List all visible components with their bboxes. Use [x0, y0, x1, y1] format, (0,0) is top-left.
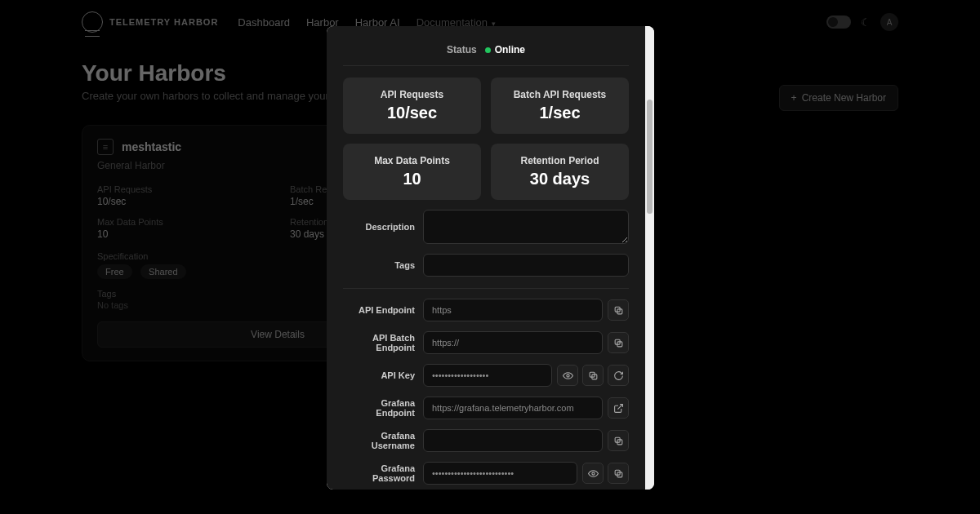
copy-icon [613, 305, 624, 316]
svg-point-4 [566, 374, 568, 376]
copy-icon [613, 436, 624, 446]
api-endpoint-input[interactable] [423, 299, 603, 321]
copy-icon [613, 468, 624, 479]
eye-icon [563, 370, 573, 381]
copy-button[interactable] [608, 430, 629, 451]
grafana-endpoint-label: Grafana Endpoint [343, 398, 415, 418]
modal-status-value: Online [485, 44, 525, 55]
grafana-endpoint-input[interactable] [423, 397, 603, 419]
copy-button[interactable] [608, 332, 629, 353]
api-key-input[interactable] [423, 364, 552, 387]
tags-input[interactable] [423, 254, 629, 277]
modal-status-row: Status Online [343, 38, 629, 66]
tags-label: Tags [343, 260, 415, 270]
regenerate-button[interactable] [608, 365, 629, 386]
status-dot-icon [485, 47, 491, 53]
api-key-label: API Key [343, 370, 415, 380]
api-endpoint-label: API Endpoint [343, 305, 415, 315]
grafana-password-label: Grafana Password [343, 463, 415, 483]
modal-status-label: Status [447, 44, 477, 55]
external-link-icon [613, 403, 624, 414]
description-input[interactable] [423, 210, 629, 244]
copy-button[interactable] [608, 299, 629, 321]
stat-batch-requests: Batch API Requests 1/sec [491, 78, 629, 134]
harbor-details-modal: Status Online API Requests 10/sec Batch … [327, 26, 654, 490]
stat-max-data-points: Max Data Points 10 [343, 144, 481, 200]
copy-button[interactable] [608, 463, 629, 484]
open-external-button[interactable] [608, 397, 629, 419]
copy-icon [613, 338, 624, 348]
refresh-icon [613, 370, 624, 381]
copy-icon [588, 370, 599, 381]
grafana-password-input[interactable] [423, 462, 577, 485]
stat-api-requests: API Requests 10/sec [343, 78, 481, 134]
reveal-button[interactable] [557, 365, 578, 386]
stat-retention-period: Retention Period 30 days [491, 144, 629, 200]
description-label: Description [343, 222, 415, 232]
scrollbar[interactable] [645, 26, 654, 490]
copy-button[interactable] [582, 365, 604, 386]
svg-point-9 [591, 472, 594, 474]
eye-icon [588, 468, 599, 479]
api-batch-endpoint-label: API Batch Endpoint [343, 333, 415, 352]
grafana-username-input[interactable] [423, 429, 603, 452]
reveal-button[interactable] [582, 463, 604, 484]
grafana-username-label: Grafana Username [343, 431, 415, 450]
api-batch-endpoint-input[interactable] [423, 331, 603, 354]
